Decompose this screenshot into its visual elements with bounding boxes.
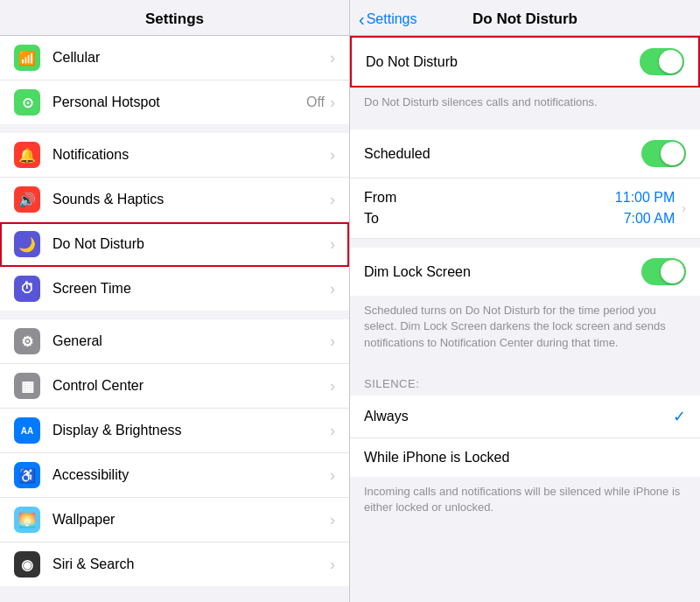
accessibility-icon: ♿	[14, 462, 40, 488]
siri-icon: ◉	[14, 551, 40, 578]
from-to-values: 11:00 PM 7:00 AM	[615, 187, 675, 229]
from-to-chevron-icon: ›	[682, 201, 686, 215]
item-label-hotspot: Personal Hotspot	[52, 94, 306, 110]
display-icon: AA	[14, 417, 40, 444]
settings-item-control[interactable]: ▦ Control Center ›	[0, 364, 349, 409]
always-label: Always	[364, 409, 673, 424]
to-label: To	[364, 208, 615, 229]
dnd-content: Do Not Disturb Do Not Disturb silences c…	[350, 36, 700, 602]
chevron-icon-display: ›	[330, 422, 335, 440]
back-button[interactable]: ‹ Settings	[359, 10, 416, 30]
chevron-icon-cellular: ›	[330, 49, 335, 67]
right-panel-header: ‹ Settings Do Not Disturb	[350, 0, 700, 36]
dnd-toggle-label: Do Not Disturb	[366, 54, 640, 70]
dnd-description: Do Not Disturb silences calls and notifi…	[350, 88, 700, 121]
while-locked-description: Incoming calls and notifications will be…	[350, 477, 700, 526]
settings-list: 📶 Cellular › ⊙ Personal Hotspot Off › 🔔 …	[0, 36, 349, 602]
chevron-icon-sounds: ›	[330, 191, 335, 209]
settings-section-2: ⚙ General › ▦ Control Center › AA Displa…	[0, 319, 349, 586]
chevron-icon-general: ›	[330, 332, 335, 351]
item-label-display: Display & Brightness	[52, 423, 330, 438]
from-value: 11:00 PM	[615, 187, 675, 208]
checkmark-icon: ✓	[673, 407, 686, 426]
settings-item-siri[interactable]: ◉ Siri & Search ›	[0, 542, 349, 586]
from-to-labels: From To	[364, 187, 615, 229]
always-row[interactable]: Always ✓	[350, 396, 700, 438]
dnd-right-panel: ‹ Settings Do Not Disturb Do Not Disturb…	[350, 0, 700, 602]
dnd-toggle-row[interactable]: Do Not Disturb	[352, 38, 698, 86]
item-label-wallpaper: Wallpaper	[52, 512, 330, 528]
to-value: 7:00 AM	[624, 208, 676, 229]
settings-item-screentime[interactable]: ⏱ Screen Time ›	[0, 267, 349, 311]
settings-section-0: 📶 Cellular › ⊙ Personal Hotspot Off ›	[0, 36, 349, 124]
item-label-dnd: Do Not Disturb	[52, 236, 330, 252]
left-panel-header: Settings	[0, 0, 349, 36]
wallpaper-icon: 🌅	[14, 507, 40, 533]
settings-item-wallpaper[interactable]: 🌅 Wallpaper ›	[0, 498, 349, 542]
settings-left-panel: Settings 📶 Cellular › ⊙ Personal Hotspot…	[0, 0, 350, 602]
notifications-icon: 🔔	[14, 142, 40, 168]
chevron-icon-wallpaper: ›	[330, 511, 335, 529]
while-locked-row[interactable]: While iPhone is Locked	[350, 438, 700, 477]
back-chevron-icon: ‹	[359, 10, 365, 30]
dim-toggle[interactable]	[641, 258, 686, 285]
silence-header: SILENCE:	[350, 361, 700, 396]
right-header-title: Do Not Disturb	[472, 10, 578, 28]
chevron-icon-control: ›	[330, 377, 335, 396]
settings-item-cellular[interactable]: 📶 Cellular ›	[0, 36, 349, 80]
settings-item-display[interactable]: AA Display & Brightness ›	[0, 409, 349, 453]
item-label-screentime: Screen Time	[52, 281, 330, 297]
dim-lock-label: Dim Lock Screen	[364, 264, 641, 280]
hotspot-icon: ⊙	[14, 89, 40, 116]
item-label-siri: Siri & Search	[52, 556, 330, 572]
settings-item-general[interactable]: ⚙ General ›	[0, 319, 349, 364]
scheduled-toggle[interactable]	[641, 140, 686, 167]
settings-item-notifications[interactable]: 🔔 Notifications ›	[0, 133, 349, 178]
scheduled-info: Scheduled turns on Do Not Disturb for th…	[350, 296, 700, 361]
cellular-icon: 📶	[14, 45, 40, 71]
chevron-icon-dnd: ›	[330, 235, 335, 254]
while-locked-label: While iPhone is Locked	[364, 450, 686, 466]
item-label-general: General	[52, 333, 330, 349]
item-label-cellular: Cellular	[52, 50, 330, 66]
dnd-toggle[interactable]	[640, 48, 684, 75]
screentime-icon: ⏱	[14, 276, 40, 302]
scheduled-toggle-knob	[661, 142, 684, 165]
chevron-icon-hotspot: ›	[330, 94, 335, 112]
control-icon: ▦	[14, 373, 40, 399]
scheduled-row[interactable]: Scheduled	[350, 130, 700, 178]
settings-item-dnd[interactable]: 🌙 Do Not Disturb ›	[0, 222, 349, 267]
item-label-accessibility: Accessibility	[52, 467, 330, 483]
item-label-sounds: Sounds & Haptics	[52, 192, 330, 207]
dim-lock-row[interactable]: Dim Lock Screen	[350, 248, 700, 296]
chevron-icon-screentime: ›	[330, 280, 335, 298]
chevron-icon-notifications: ›	[330, 146, 335, 164]
dim-toggle-knob	[661, 260, 684, 284]
settings-item-hotspot[interactable]: ⊙ Personal Hotspot Off ›	[0, 80, 349, 124]
item-value-hotspot: Off	[306, 94, 325, 110]
scheduled-label: Scheduled	[364, 146, 641, 162]
general-icon: ⚙	[14, 328, 40, 354]
settings-item-accessibility[interactable]: ♿ Accessibility ›	[0, 453, 349, 498]
from-to-row[interactable]: From To 11:00 PM 7:00 AM ›	[350, 178, 700, 239]
sounds-icon: 🔊	[14, 186, 40, 213]
chevron-icon-accessibility: ›	[330, 466, 335, 485]
settings-item-sounds[interactable]: 🔊 Sounds & Haptics ›	[0, 178, 349, 222]
back-label: Settings	[367, 11, 417, 27]
item-label-control: Control Center	[52, 378, 330, 394]
item-label-notifications: Notifications	[52, 147, 330, 163]
from-label: From	[364, 187, 615, 208]
silence-section: Always ✓ While iPhone is Locked	[350, 396, 700, 477]
left-header-title: Settings	[145, 10, 204, 27]
chevron-icon-siri: ›	[330, 556, 335, 574]
settings-section-1: 🔔 Notifications › 🔊 Sounds & Haptics › 🌙…	[0, 133, 349, 311]
dnd-icon: 🌙	[14, 231, 40, 257]
toggle-knob	[659, 50, 682, 74]
